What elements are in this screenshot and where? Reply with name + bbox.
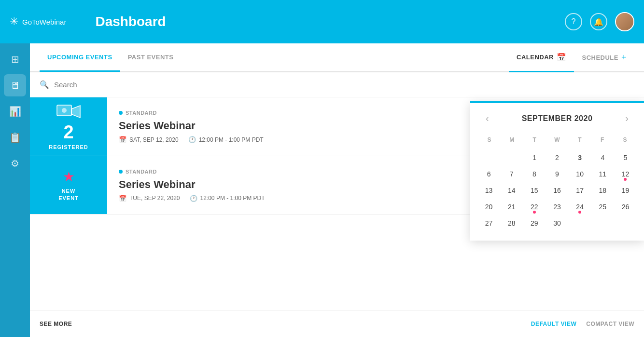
cal-day-10[interactable]: 10 (569, 166, 591, 182)
settings-icon: ⚙ (11, 158, 19, 169)
cal-day-21[interactable]: 21 (501, 199, 522, 215)
event-info-2: STANDARD Series Webinar 📅 TUE, SEP 22, 2… (107, 156, 277, 214)
calendar-next-button[interactable]: › (621, 111, 632, 126)
day-name-thu: T (568, 134, 591, 146)
notifications-button[interactable]: 🔔 (590, 13, 607, 30)
cal-day-4[interactable]: 4 (592, 150, 614, 165)
bell-icon: 🔔 (594, 17, 603, 27)
content-area: UPCOMING EVENTS PAST EVENTS CALENDAR 📅 S… (30, 43, 644, 337)
date-text-1: SAT, SEP 12, 2020 (129, 136, 179, 143)
cal-day-24[interactable]: 24 (569, 199, 591, 215)
search-icon: 🔍 (40, 80, 49, 89)
cal-empty (478, 150, 500, 165)
sidebar-item-home[interactable]: ⊞ (4, 48, 26, 70)
day-name-sun: S (478, 134, 501, 146)
calendar-days-grid: 1 2 3 4 5 6 7 8 9 10 11 12 13 (478, 150, 636, 231)
tab-past[interactable]: PAST EVENTS (120, 44, 182, 72)
day-name-sat: S (614, 134, 636, 146)
event-type-1: STANDARD (119, 110, 264, 116)
cal-day-5[interactable]: 5 (615, 150, 636, 165)
help-icon: ? (572, 17, 576, 26)
cal-day-18[interactable]: 18 (592, 183, 614, 198)
new-event-label: NEW EVENT (58, 188, 79, 202)
event-time-1: 🕐 12:00 PM - 1:00 PM PDT (188, 136, 264, 143)
logo-text: GoToWebinar (22, 18, 66, 26)
sidebar-item-settings[interactable]: ⚙ (4, 152, 26, 175)
search-bar: 🔍 (30, 72, 644, 97)
cal-day-9[interactable]: 9 (546, 166, 568, 182)
cal-day-25[interactable]: 25 (592, 199, 614, 215)
calendar-label: CALENDAR (517, 54, 554, 61)
cal-day-16[interactable]: 16 (546, 183, 568, 198)
day-name-tue: T (523, 134, 546, 146)
sidebar-item-analytics[interactable]: 📊 (4, 100, 26, 122)
main-layout: ⊞ 🖥 📊 📋 ⚙ UPCOMING EVENTS PAST EVENTS (0, 43, 644, 337)
calendar-grid: S M T W T F S 1 2 3 (470, 134, 644, 231)
event-time-2: 🕐 12:00 PM - 1:00 PM PDT (190, 195, 265, 202)
cal-day-11[interactable]: 11 (592, 166, 614, 182)
avatar[interactable] (615, 12, 634, 31)
cal-empty (501, 150, 522, 165)
registered-count: 2 (63, 123, 73, 141)
time-text-1: 12:00 PM - 1:00 PM PDT (199, 136, 264, 143)
cal-day-1[interactable]: 1 (523, 150, 545, 165)
calendar-days-header: S M T W T F S (478, 134, 636, 146)
cal-day-26[interactable]: 26 (615, 199, 636, 215)
cal-day-17[interactable]: 17 (569, 183, 591, 198)
day-name-fri: F (591, 134, 614, 146)
event-info-1: STANDARD Series Webinar 📅 SAT, SEP 12, 2… (107, 97, 275, 156)
day-name-mon: M (501, 134, 523, 146)
type-label-1: STANDARD (126, 110, 157, 116)
cal-day-20[interactable]: 20 (478, 199, 500, 215)
cal-empty (592, 216, 614, 231)
default-view-button[interactable]: DEFAULT VIEW (531, 321, 576, 327)
tab-upcoming[interactable]: UPCOMING EVENTS (40, 44, 120, 72)
see-more-button[interactable]: SEE MORE (40, 321, 72, 327)
calendar-icon: 📅 (557, 53, 567, 62)
tabs-right: CALENDAR 📅 SCHEDULE + (509, 43, 634, 72)
sidebar-item-monitor[interactable]: 🖥 (4, 74, 26, 96)
webinar-icon (56, 103, 81, 120)
cal-day-14[interactable]: 14 (501, 183, 522, 198)
cal-day-15[interactable]: 15 (523, 183, 545, 198)
cal-day-23[interactable]: 23 (546, 199, 568, 215)
calendar-meta-icon-2: 📅 (119, 195, 126, 202)
cal-day-28[interactable]: 28 (501, 216, 522, 231)
cal-day-7[interactable]: 7 (501, 166, 522, 182)
event-thumbnail-1: 2 REGISTERED (30, 97, 107, 156)
monitor-icon: 🖥 (10, 80, 20, 91)
home-icon: ⊞ (11, 54, 19, 65)
cal-day-8[interactable]: 8 (523, 166, 545, 182)
cal-day-29[interactable]: 29 (523, 216, 545, 231)
clock-icon-2: 🕐 (190, 195, 197, 202)
star-icon: ★ (63, 169, 75, 185)
calendar-button[interactable]: CALENDAR 📅 (509, 43, 574, 72)
cal-day-19[interactable]: 19 (615, 183, 636, 198)
event-name-2[interactable]: Series Webinar (119, 178, 265, 191)
calendar-month-title: SEPTEMBER 2020 (522, 114, 593, 123)
cal-day-22[interactable]: 22 (523, 199, 545, 215)
help-button[interactable]: ? (565, 13, 582, 30)
cal-day-2[interactable]: 2 (546, 150, 568, 165)
registered-label: REGISTERED (49, 144, 88, 150)
compact-view-button[interactable]: COMPACT VIEW (586, 321, 634, 327)
event-type-2: STANDARD (119, 169, 265, 175)
sidebar-item-reports[interactable]: 📋 (4, 126, 26, 148)
type-dot (119, 111, 123, 115)
calendar-popup: ‹ SEPTEMBER 2020 › S M T W T F S (470, 101, 644, 241)
schedule-label: SCHEDULE (582, 54, 618, 61)
schedule-button[interactable]: SCHEDULE + (574, 43, 634, 72)
bottom-bar: SEE MORE DEFAULT VIEW COMPACT VIEW (30, 310, 644, 337)
search-input[interactable] (54, 81, 634, 89)
logo-icon: ✳ (10, 15, 18, 28)
top-nav: ✳ GoToWebinar Dashboard ? 🔔 (0, 0, 644, 43)
cal-day-27[interactable]: 27 (478, 216, 500, 231)
cal-day-13[interactable]: 13 (478, 183, 500, 198)
cal-day-3[interactable]: 3 (569, 150, 591, 165)
plus-icon: + (621, 53, 627, 63)
event-name-1[interactable]: Series Webinar (119, 120, 264, 132)
cal-day-30[interactable]: 30 (546, 216, 568, 231)
cal-day-12[interactable]: 12 (615, 166, 636, 182)
cal-day-6[interactable]: 6 (478, 166, 500, 182)
calendar-prev-button[interactable]: ‹ (482, 111, 493, 126)
